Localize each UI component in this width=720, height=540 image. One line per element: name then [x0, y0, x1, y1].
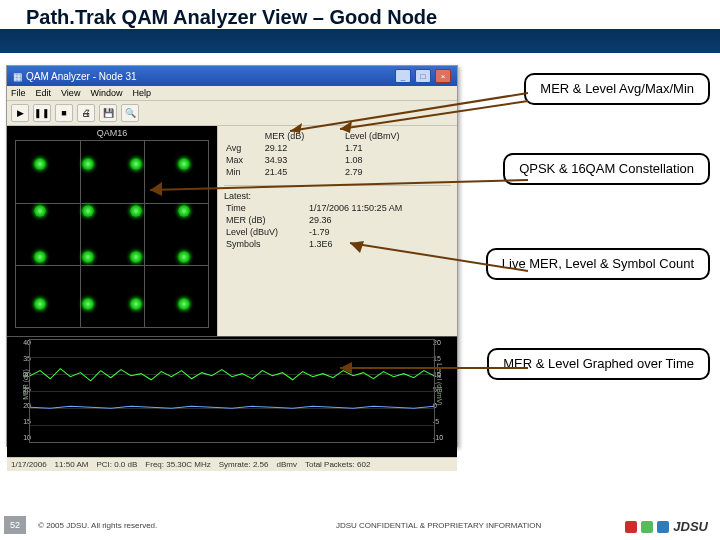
menu-file[interactable]: File: [11, 88, 26, 98]
slide-footer: 52 © 2005 JDSU. All rights reserved. JDS…: [0, 510, 720, 540]
time-graph[interactable]: 40353025201510 20151050-5-10 MER (dB) Le…: [7, 336, 457, 457]
zoom-button[interactable]: 🔍: [121, 104, 139, 122]
stats-panel: MER (dB)Level (dBmV) Avg29.121.71 Max34.…: [217, 126, 457, 336]
row-avg: Avg: [224, 142, 263, 154]
window-title: QAM Analyzer - Node 31: [26, 71, 137, 82]
callout-graph: MER & Level Graphed over Time: [487, 348, 710, 380]
save-button[interactable]: 💾: [99, 104, 117, 122]
toolbar: ▶ ❚❚ ■ 🖨 💾 🔍: [7, 101, 457, 126]
menu-bar: File Edit View Window Help: [7, 86, 457, 101]
callout-mer-level-stats: MER & Level Avg/Max/Min: [524, 73, 710, 105]
page-number: 52: [4, 516, 26, 534]
menu-edit[interactable]: Edit: [36, 88, 52, 98]
header-band: [0, 29, 720, 53]
logo-text: JDSU: [673, 519, 708, 534]
status-time: 11:50 AM: [55, 460, 89, 469]
avg-mer: 29.12: [263, 142, 343, 154]
maximize-button[interactable]: □: [415, 69, 431, 83]
ylabel-right: Level (dBmV): [435, 363, 442, 405]
jdsu-logo: JDSU: [625, 519, 708, 534]
mer-label: MER (dB): [224, 214, 307, 226]
avg-level: 1.71: [343, 142, 451, 154]
stop-button[interactable]: ■: [55, 104, 73, 122]
status-dbmv: dBmv: [277, 460, 297, 469]
time-val: 1/17/2006 11:50:25 AM: [307, 202, 451, 214]
print-button[interactable]: 🖨: [77, 104, 95, 122]
play-button[interactable]: ▶: [11, 104, 29, 122]
constellation-plot[interactable]: QAM16: [7, 126, 217, 336]
lvl-label: Level (dBuV): [224, 226, 307, 238]
min-level: 2.79: [343, 166, 451, 178]
stats-table: MER (dB)Level (dBmV) Avg29.121.71 Max34.…: [224, 130, 451, 179]
callout-live: Live MER, Level & Symbol Count: [486, 248, 710, 280]
menu-window[interactable]: Window: [90, 88, 122, 98]
latest-label: Latest:: [224, 190, 451, 202]
callout-constellation: QPSK & 16QAM Constellation: [503, 153, 710, 185]
col-level: Level (dBmV): [343, 130, 451, 142]
status-bar: 1/17/2006 11:50 AM PCI: 0.0 dB Freq: 35.…: [7, 457, 457, 471]
status-symrate: Symrate: 2.56: [219, 460, 269, 469]
menu-help[interactable]: Help: [132, 88, 151, 98]
pause-button[interactable]: ❚❚: [33, 104, 51, 122]
minimize-button[interactable]: _: [395, 69, 411, 83]
max-level: 1.08: [343, 154, 451, 166]
min-mer: 21.45: [263, 166, 343, 178]
status-packets: Total Packets: 602: [305, 460, 370, 469]
window-titlebar[interactable]: ▦ QAM Analyzer - Node 31 _ □ ×: [7, 66, 457, 86]
col-mer: MER (dB): [263, 130, 343, 142]
max-mer: 34.93: [263, 154, 343, 166]
menu-view[interactable]: View: [61, 88, 80, 98]
app-icon: ▦: [13, 71, 22, 82]
sym-label: Symbols: [224, 238, 307, 250]
close-button[interactable]: ×: [435, 69, 451, 83]
row-max: Max: [224, 154, 263, 166]
status-date: 1/17/2006: [11, 460, 47, 469]
status-freq: Freq: 35.30C MHz: [145, 460, 210, 469]
lvl-val: -1.79: [307, 226, 451, 238]
time-label: Time: [224, 202, 307, 214]
trace-svg: [30, 340, 434, 442]
mer-val: 29.36: [307, 214, 451, 226]
qam-analyzer-window: ▦ QAM Analyzer - Node 31 _ □ × File Edit…: [6, 65, 458, 447]
sym-val: 1.3E6: [307, 238, 451, 250]
row-min: Min: [224, 166, 263, 178]
copyright: © 2005 JDSU. All rights reserved.: [38, 521, 157, 530]
ylabel-left: MER (dB): [22, 369, 29, 400]
constellation-label: QAM16: [97, 128, 128, 138]
page-title: Path.Trak QAM Analyzer View – Good Node: [0, 6, 720, 29]
status-pci: PCI: 0.0 dB: [96, 460, 137, 469]
